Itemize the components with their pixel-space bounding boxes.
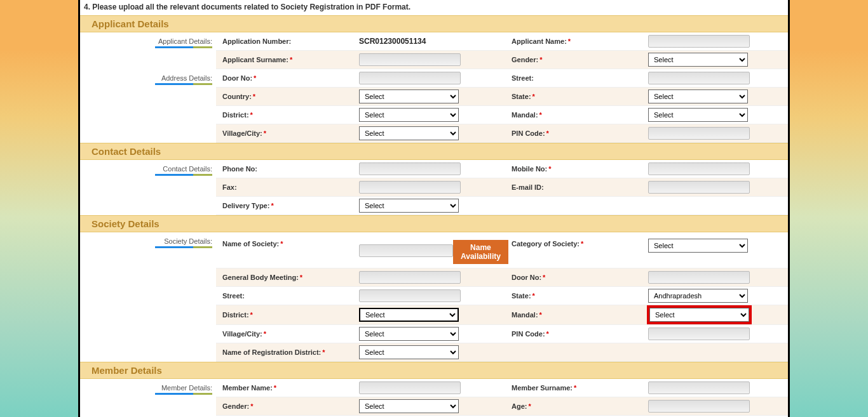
select-country[interactable]: Select [359,89,459,103]
label-mobile-no: Mobile No: [512,165,547,173]
input-society-street[interactable] [359,289,461,302]
input-age[interactable] [648,400,750,413]
label-gender: Gender: [512,56,538,63]
label-street: Street: [512,74,534,82]
label-pin-code: PIN Code: [512,129,545,137]
aside-applicant-details: Applicant Details: [84,37,212,45]
select-mandal[interactable]: Select [648,108,748,122]
section-contact-details: Contact Details [80,143,788,160]
label-society-pin-code: PIN Code: [512,330,545,338]
select-state[interactable]: Select [648,89,748,103]
label-door-no: Door No: [222,74,252,82]
label-village-city: Village/City: [222,129,262,137]
label-phone-no: Phone No: [222,165,257,173]
label-name-of-reg-district: Name of Registration District: [222,348,321,356]
label-member-name: Member Name: [222,384,273,392]
section-applicant-details: Applicant Details [80,15,788,32]
select-member-gender[interactable]: Select [359,399,459,413]
select-society-state[interactable]: Andhrapradesh [648,289,748,303]
label-general-body-meeting: General Body Meeting: [222,274,299,281]
label-member-surname: Member Surname: [512,384,573,392]
label-mandal: Mandal: [512,111,538,119]
select-gender[interactable]: Select [648,53,748,67]
input-pin-code[interactable] [648,127,750,140]
input-email-id[interactable] [648,181,750,194]
form-panel: 4. Please upload all the relevant docume… [78,0,790,417]
aside-address-details: Address Details: [84,74,212,82]
input-phone-no[interactable] [359,162,461,175]
label-district: District: [222,111,249,119]
name-availability-button[interactable]: Name Availability [453,240,508,264]
label-state: State: [512,93,531,100]
label-society-district: District: [222,311,249,319]
label-age: Age: [512,402,527,410]
select-delivery-type[interactable]: Select [359,199,459,213]
instruction-text: 4. Please upload all the relevant docume… [80,0,788,15]
input-society-door-no[interactable] [648,271,750,284]
input-applicant-name[interactable] [648,35,750,48]
input-door-no[interactable] [359,72,461,84]
select-district[interactable]: Select [359,108,459,122]
select-category-of-society[interactable]: Select [648,239,748,253]
label-society-street: Street: [222,292,245,300]
label-country: Country: [222,93,252,100]
label-society-door-no: Door No: [512,274,541,281]
aside-contact-details: Contact Details: [84,165,212,173]
input-member-surname[interactable] [648,381,750,394]
input-fax[interactable] [359,181,461,194]
aside-society-details: Society Details: [84,237,212,245]
label-society-mandal: Mandal: [512,311,538,319]
aside-member-details: Member Details: [84,384,212,392]
select-society-district[interactable]: Select [359,308,459,322]
input-general-body-meeting[interactable] [359,271,461,284]
label-applicant-surname: Applicant Surname: [222,56,288,63]
label-email-id: E-mail ID: [512,183,544,191]
section-society-details: Society Details [80,215,788,232]
select-village-city[interactable]: Select [359,126,459,140]
label-application-number: Application Number: [222,37,291,45]
input-street[interactable] [648,72,750,84]
select-society-village-city[interactable]: Select [359,327,459,341]
input-mobile-no[interactable] [648,162,750,175]
section-member-details: Member Details [80,362,788,379]
label-applicant-name: Applicant Name: [512,37,567,45]
input-applicant-surname[interactable] [359,53,461,66]
label-fax: Fax: [222,183,237,191]
label-society-state: State: [512,292,531,300]
select-society-mandal[interactable]: Select [649,308,749,322]
input-name-of-society[interactable] [359,244,453,257]
input-member-name[interactable] [359,381,461,394]
label-name-of-society: Name of Society: [222,240,279,248]
label-delivery-type: Delivery Type: [222,202,269,209]
label-member-gender: Gender: [222,402,249,410]
highlighted-mandal-select: Select [648,307,750,323]
label-category-of-society: Category of Society: [512,240,580,248]
input-society-pin-code[interactable] [648,328,750,340]
select-name-of-reg-district[interactable]: Select [359,345,459,359]
value-application-number: SCR012300051134 [359,37,426,46]
label-society-village-city: Village/City: [222,330,262,338]
